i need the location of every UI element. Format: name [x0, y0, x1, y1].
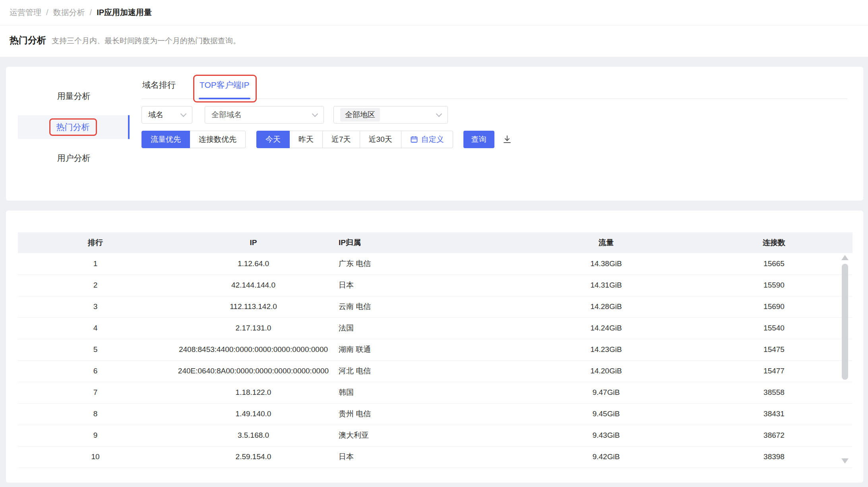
annotation-box: 热门分析 — [49, 118, 97, 136]
table-cell: 7 — [18, 382, 173, 403]
time-range-label: 昨天 — [298, 134, 314, 145]
table-cell: 15690 — [696, 296, 852, 317]
breadcrumb-separator: / — [46, 8, 48, 17]
table-cell: 112.113.142.0 — [173, 296, 334, 317]
domain-select-value: 全部域名 — [211, 110, 242, 120]
table-cell: 1.49.140.0 — [173, 403, 334, 425]
table-cell: 38398 — [696, 446, 852, 468]
filters-card: 用量分析热门分析用户分析 域名排行TOP客户端IP 域名 全部域名 全部地区 流… — [6, 67, 863, 201]
table-cell: 14.38GiB — [517, 253, 696, 274]
table-cell: 2.59.154.0 — [173, 446, 334, 468]
table-row: 6240E:0640:8A00:0000:0000:0000:0000:0000… — [18, 360, 852, 382]
breadcrumb-item[interactable]: 运营管理 — [10, 8, 41, 17]
region-select[interactable]: 全部地区 — [333, 106, 448, 124]
chevron-down-icon — [180, 110, 187, 117]
table-cell: 240E:0640:8A00:0000:0000:0000:0000:0000 — [173, 360, 334, 382]
sidebar-item[interactable]: 热门分析 — [18, 115, 130, 139]
sidebar-item[interactable]: 用量分析 — [18, 84, 130, 108]
time-range-label: 近30天 — [369, 134, 392, 145]
page-description: 支持三个月内、最长时间跨度为一个月的热门数据查询。 — [52, 36, 240, 46]
table-cell: 5 — [18, 339, 173, 360]
filters-content: 域名排行TOP客户端IP 域名 全部域名 全部地区 流量优先连接数优先 今天昨天… — [130, 67, 863, 201]
table-cell: 法国 — [334, 317, 517, 339]
table-column-header: 流量 — [517, 232, 696, 253]
table-cell: 3.5.168.0 — [173, 425, 334, 446]
table-cell: 14.31GiB — [517, 274, 696, 296]
sidebar-item-label: 热门分析 — [56, 122, 90, 131]
sort-option-button[interactable]: 连接数优先 — [190, 131, 246, 148]
table-cell: 贵州 电信 — [334, 403, 517, 425]
table-cell: 10 — [18, 446, 173, 468]
table-cell: 湖南 联通 — [334, 339, 517, 360]
table-cell: 2 — [18, 274, 173, 296]
table-column-header: IP — [173, 232, 334, 253]
table-cell: 15475 — [696, 339, 852, 360]
time-range-group: 今天昨天近7天近30天自定义 — [256, 131, 453, 148]
table-card: 排行IPIP归属流量连接数 11.12.64.0广东 电信14.38GiB156… — [6, 211, 863, 483]
sidebar-item[interactable]: 用户分析 — [18, 146, 130, 170]
dimension-select[interactable]: 域名 — [141, 106, 192, 124]
table-cell: 3 — [18, 296, 173, 317]
table-cell: 14.23GiB — [517, 339, 696, 360]
table-scrollbar — [842, 255, 848, 464]
table-cell: 15540 — [696, 317, 852, 339]
sidebar-item-label: 用量分析 — [57, 91, 91, 102]
table-cell: 6 — [18, 360, 173, 382]
table-cell: 1.12.64.0 — [173, 253, 334, 274]
table-cell: 广东 电信 — [334, 253, 517, 274]
page-header: 热门分析 支持三个月内、最长时间跨度为一个月的热门数据查询。 — [0, 25, 868, 57]
table-cell: 15477 — [696, 360, 852, 382]
table-cell: 日本 — [334, 274, 517, 296]
table-cell: 1 — [18, 253, 173, 274]
button-filter-row: 流量优先连接数优先 今天昨天近7天近30天自定义 查询 — [141, 131, 847, 148]
breadcrumb-separator: / — [90, 8, 92, 17]
table-column-header: 排行 — [18, 232, 173, 253]
scrollbar-thumb[interactable] — [842, 264, 848, 380]
table-cell: 38672 — [696, 425, 852, 446]
time-range-button[interactable]: 近30天 — [360, 131, 401, 148]
active-tab-underline — [199, 98, 250, 99]
top-client-ip-table: 排行IPIP归属流量连接数 11.12.64.0广东 电信14.38GiB156… — [18, 232, 852, 468]
table-row: 42.17.131.0法国14.24GiB15540 — [18, 317, 852, 339]
chevron-down-icon — [436, 110, 442, 117]
tab-label: 域名排行 — [142, 80, 176, 89]
query-button[interactable]: 查询 — [463, 131, 494, 148]
table-row: 11.12.64.0广东 电信14.38GiB15665 — [18, 253, 852, 274]
table-row: 102.59.154.0日本9.42GiB38398 — [18, 446, 852, 468]
table-cell: 14.24GiB — [517, 317, 696, 339]
table-cell: 澳大利亚 — [334, 425, 517, 446]
time-range-button[interactable]: 今天 — [256, 131, 290, 148]
tab-label: TOP客户端IP — [200, 80, 250, 89]
tab-item[interactable]: 域名排行 — [141, 78, 176, 99]
table-row: 71.18.122.0韩国9.47GiB38558 — [18, 382, 852, 403]
time-range-button[interactable]: 近7天 — [323, 131, 360, 148]
chevron-down-icon — [312, 110, 318, 117]
scroll-up-arrow-icon[interactable] — [841, 255, 849, 260]
time-range-label: 近7天 — [331, 134, 351, 145]
table-row: 81.49.140.0贵州 电信9.45GiB38431 — [18, 403, 852, 425]
region-selected-tag: 全部地区 — [340, 108, 380, 122]
table-cell: 河北 电信 — [334, 360, 517, 382]
table-cell: 14.28GiB — [517, 296, 696, 317]
tab-item[interactable]: TOP客户端IP — [199, 78, 250, 99]
table-cell: 日本 — [334, 446, 517, 468]
time-range-button[interactable]: 自定义 — [401, 131, 453, 148]
download-button[interactable] — [502, 135, 512, 144]
scroll-down-arrow-icon[interactable] — [841, 458, 849, 464]
breadcrumb-item: IP应用加速用量 — [97, 8, 152, 17]
table-cell: 42.144.144.0 — [173, 274, 334, 296]
table-row: 52408:8453:4400:0000:0000:0000:0000:0000… — [18, 339, 852, 360]
calendar-icon — [410, 135, 418, 143]
table-body: 11.12.64.0广东 电信14.38GiB15665242.144.144.… — [18, 253, 852, 468]
sort-option-button[interactable]: 流量优先 — [141, 131, 190, 148]
tab-bar: 域名排行TOP客户端IP — [141, 78, 847, 99]
table-cell: 9.42GiB — [517, 446, 696, 468]
analysis-side-menu: 用量分析热门分析用户分析 — [6, 67, 130, 201]
page-title: 热门分析 — [10, 34, 46, 46]
table-cell: 38558 — [696, 382, 852, 403]
table-cell: 4 — [18, 317, 173, 339]
breadcrumb-item[interactable]: 数据分析 — [53, 8, 85, 17]
domain-select[interactable]: 全部域名 — [205, 106, 324, 124]
time-range-button[interactable]: 昨天 — [290, 131, 323, 148]
table-cell: 15665 — [696, 253, 852, 274]
